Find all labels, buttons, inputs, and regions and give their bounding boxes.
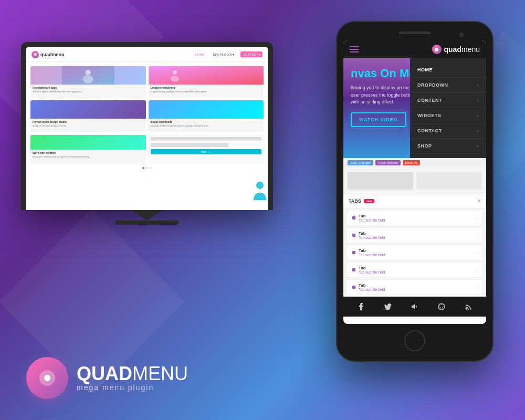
side-nav-contact-label: CONTACT [417,128,442,133]
tab-item-1[interactable]: Tab Tab subtitle field › [346,210,483,226]
side-panel-nav: HOME DROPDOWN › CONTENT › WIDGETS › [410,58,486,158]
monitor-content: Revolutionary apps The term 'app' is a s… [26,62,268,210]
monitor-card-5: Work with comfort In the past, interiors… [30,135,146,164]
brand-name-bold: QUAD [77,363,132,384]
tab-item-3-content: Tab Tab subtitle field [352,248,385,257]
monitor-card-2-text: In digital editing photographs are usual… [151,90,262,93]
monitor-screen: quadmenu HOME DROPDOWN ▾ CONTENT ▾ [26,47,268,210]
side-nav-contact[interactable]: CONTACT › [410,123,486,139]
shop-chevron: › [477,144,479,149]
tab-item-2-content: Tab Tab subtitle field [352,231,385,239]
monitor-card-3: Perfect small design studio Design is th… [30,100,146,132]
tab-info-1: Tab Tab subtitle field [359,214,385,222]
monitor-card-6-placeholder: BUY T... [149,135,264,164]
side-nav-home[interactable]: HOME [410,62,486,78]
tabs-panel-label: TABS [349,198,361,204]
tab-item-3[interactable]: Tab Tab subtitle field › [346,245,483,260]
svg-point-5 [171,76,179,82]
card-img-4 [149,100,264,119]
tab-dot-5 [352,286,355,289]
phone-speaker [399,32,430,34]
tab-dot-4 [352,268,355,271]
tab-item-2[interactable]: Tab Tab subtitle field › [346,227,483,243]
monitor-frame: quadmenu HOME DROPDOWN ▾ CONTENT ▾ [21,42,273,210]
tab-chevron-5: › [476,285,477,290]
tab-info-3: Tab Tab subtitle field [359,248,385,257]
monitor-card-3-text: Design is the methodology of visual... [33,124,144,127]
toolbar-btn-3[interactable]: Reset All [403,160,421,165]
monitor-logo-icon [32,51,39,58]
monitor-nav-items: HOME DROPDOWN ▾ CONTENT ▾ [193,51,262,57]
monitor-card-5-title: Work with comfort [33,151,144,154]
monitor-card-2: Creative retouching In digital editing p… [149,66,264,98]
facebook-icon[interactable] [355,301,367,312]
tab-item-5-content: Tab Tab subtitle field [352,283,385,291]
tabs-close-button[interactable]: × [477,197,481,205]
preview-block-2 [416,172,482,190]
hamburger-menu-icon[interactable] [350,46,359,52]
toolbar-btn-1[interactable]: Save Changes [348,160,373,165]
mobile-mockup: quadmenu nvas On Mobile llowing you to d… [336,21,494,362]
phone-header: quadmenu [343,40,486,58]
phone-side-panel: HOME DROPDOWN › CONTENT › WIDGETS › [410,58,486,158]
monitor-nav-dropdown: DROPDOWN ▾ [211,51,236,57]
tab-chevron-3: › [476,250,477,255]
monitor-nav-home: HOME [193,52,206,57]
tab-item-4[interactable]: Tab Tab subtitle field › [346,262,483,278]
monitor-card-4-title: Illegal downloads [151,120,262,123]
side-nav-dropdown[interactable]: DROPDOWN › [410,78,486,93]
monitor-card-4-text: Copyright holders frequently refer to co… [151,124,262,127]
watch-video-button[interactable]: WATCH VIDEO [351,112,406,127]
brand-logo-circle [26,357,68,399]
phone-logo-text: quadmenu [444,45,480,54]
side-nav-widgets[interactable]: WIDGETS › [410,108,486,123]
tabs-panel: TABS new × Tab Tab subtitle field [343,194,486,295]
phone-screen: quadmenu nvas On Mobile llowing you to d… [343,40,486,324]
side-nav-shop[interactable]: SHOP › [410,139,486,154]
tab-title-2: Tab [359,231,385,236]
desktop-person-icon [252,180,268,201]
monitor-grid: Revolutionary apps The term 'app' is a s… [30,66,264,132]
preview-btn-cyan: BUY T... [151,149,262,154]
phone-camera [459,33,464,37]
contact-chevron: › [477,129,479,133]
tab-chevron-1: › [476,216,477,220]
tab-subtitle-2: Tab subtitle field [359,236,385,239]
monitor-preview-box: BUY T... [149,135,264,164]
tab-dot-1 [352,216,355,219]
tab-subtitle-4: Tab subtitle field [359,270,385,274]
sound-icon[interactable] [409,301,421,312]
tab-chevron-2: › [476,233,477,238]
side-nav-widgets-label: WIDGETS [417,113,442,118]
phone-home-button[interactable] [404,330,425,351]
tab-title-1: Tab [359,214,385,218]
content-chevron: › [477,98,479,103]
dot-1 [142,167,144,169]
tab-chevron-4: › [476,268,477,272]
person-svg [252,180,268,201]
preview-row-2 [151,143,228,147]
phone-preview-area [343,167,486,194]
twitter-icon[interactable] [382,301,394,312]
phone-frame: quadmenu nvas On Mobile llowing you to d… [336,21,494,362]
tab-item-1-content: Tab Tab subtitle field [352,214,385,222]
side-nav-content[interactable]: CONTENT › [410,93,486,108]
widgets-chevron: › [477,113,479,118]
tab-item-5[interactable]: Tab Tab subtitle field › [346,279,483,295]
tab-info-5: Tab Tab subtitle field [359,283,385,291]
github-icon[interactable] [436,301,447,312]
rss-icon[interactable] [463,301,474,312]
card-img-5 [30,135,146,150]
tab-info-4: Tab Tab subtitle field [359,266,385,274]
toolbar-btn-2[interactable]: Reset Section [375,160,400,165]
tab-title-3: Tab [359,248,385,253]
svg-point-2 [83,75,93,83]
monitor-card-row-2: Work with comfort In the past, interiors… [30,135,264,164]
monitor-card-5-body: Work with comfort In the past, interiors… [30,150,146,160]
side-nav-dropdown-label: DROPDOWN [417,82,448,88]
card-2-svg [149,66,264,85]
dot-3 [150,167,152,169]
monitor-logo-text: quadmenu [40,52,65,57]
tabs-panel-header: TABS new × [343,194,486,208]
phone-logo: quadmenu [432,45,480,54]
